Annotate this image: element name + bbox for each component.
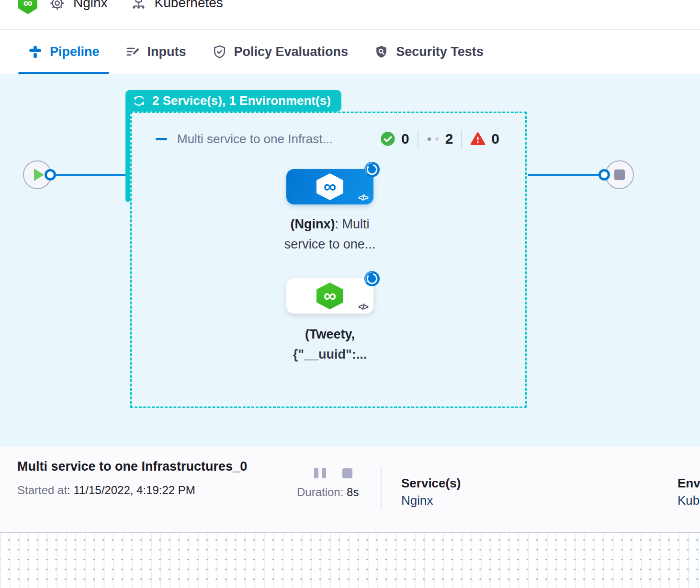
redeploy-loop-icon — [132, 94, 146, 108]
stop-icon — [614, 170, 625, 180]
tab-security-tests[interactable]: Security Tests — [364, 30, 493, 74]
warning-triangle-icon — [470, 131, 485, 147]
end-connector-port — [598, 169, 610, 181]
divider — [418, 130, 418, 148]
tab-inputs[interactable]: Inputs — [116, 30, 196, 74]
services-label: Service(s) — [401, 476, 461, 491]
pipeline-name: Nginx — [73, 0, 108, 11]
edge-group-to-end — [528, 174, 600, 176]
tab-bar: Pipeline Inputs Policy Evaluations Secur… — [0, 30, 700, 74]
stage-group-header: Multi service to one Infrast... 0 2 0 — [156, 128, 499, 149]
stage-name-bold: (Nginx) — [291, 217, 335, 231]
environment-breadcrumb-item[interactable]: Kubernetes — [131, 0, 223, 11]
code-icon: </> — [358, 302, 368, 312]
stage-node-tweety[interactable]: ∞ </> — [286, 278, 373, 314]
services-value-link[interactable]: Nginx — [401, 493, 433, 508]
shield-check-icon — [212, 45, 227, 59]
start-connector-port — [45, 169, 56, 181]
started-at-label: Started at — [17, 484, 67, 497]
duration-value: 8s — [347, 486, 359, 498]
tab-security-tests-label: Security Tests — [396, 45, 484, 59]
running-dots-icon — [428, 137, 439, 141]
environments-value-link[interactable]: Kubernetes — [677, 493, 700, 508]
breadcrumb: ∞ Nginx Kubernetes — [0, 0, 223, 14]
stage-name-bold: (Tweety, — [305, 327, 355, 341]
divider — [461, 130, 462, 148]
environment-name: Kubernetes — [155, 0, 223, 11]
harness-service-icon: ∞ — [316, 283, 343, 309]
tab-pipeline[interactable]: Pipeline — [18, 30, 109, 74]
duration: Duration: 8s — [297, 486, 359, 499]
breadcrumb-header: ∞ Nginx Kubernetes — [0, 0, 700, 30]
play-icon — [34, 169, 44, 181]
pipeline-breadcrumb-item[interactable]: Nginx — [49, 0, 108, 11]
stage-group-title: Multi service to one Infrast... — [177, 132, 370, 147]
execution-title: Multi service to one Infrastructures_0 — [17, 459, 247, 474]
cluster-icon — [131, 0, 147, 11]
stage-node-nginx[interactable]: ∞ </> — [286, 169, 373, 204]
tab-inputs-label: Inputs — [147, 45, 186, 59]
harness-logo-icon: ∞ — [18, 0, 37, 14]
stage-label-line2: {"__uuid":... — [258, 344, 402, 364]
stage-group-accent-bar — [125, 110, 130, 202]
stage-status-counts: 0 2 0 — [380, 130, 499, 148]
gear-icon — [49, 0, 65, 11]
stage-label-tweety: (Tweety, {"__uuid":... — [258, 324, 402, 364]
execution-summary-bar: Multi service to one Infrastructures_0 S… — [0, 447, 700, 532]
running-spinner-icon — [364, 271, 380, 287]
stage-label-nginx: (Nginx): Multi service to one... — [258, 214, 402, 254]
badge-label: 2 Service(s), 1 Environment(s) — [152, 93, 331, 108]
running-spinner-icon — [364, 161, 380, 178]
pause-button[interactable] — [314, 468, 326, 478]
inputs-icon — [125, 45, 140, 59]
infinity-glyph: ∞ — [23, 0, 32, 11]
stage-label-line2: service to one... — [258, 234, 402, 254]
running-count: 2 — [445, 131, 453, 147]
code-icon: </> — [358, 193, 368, 203]
tab-policy-evaluations[interactable]: Policy Evaluations — [203, 30, 358, 74]
success-count: 0 — [401, 131, 409, 147]
started-at: Started at: 11/15/2022, 4:19:22 PM — [17, 484, 195, 497]
log-canvas-grid-background[interactable] — [0, 532, 700, 588]
pipeline-canvas[interactable]: 2 Service(s), 1 Environment(s) Multi ser… — [0, 74, 700, 447]
failed-count: 0 — [491, 131, 499, 147]
divider — [381, 467, 382, 509]
success-check-icon — [380, 131, 395, 147]
services-environments-badge[interactable]: 2 Service(s), 1 Environment(s) — [125, 90, 341, 112]
edge-start-to-group — [50, 174, 127, 176]
collapse-group-icon[interactable] — [156, 138, 167, 140]
duration-label: Duration: — [297, 486, 343, 498]
abort-button[interactable] — [342, 468, 352, 478]
environments-label: Environment(s) — [677, 476, 700, 491]
harness-service-icon: ∞ — [316, 173, 343, 200]
started-at-value: : 11/15/2022, 4:19:22 PM — [67, 484, 195, 497]
tab-policy-evaluations-label: Policy Evaluations — [234, 45, 349, 59]
pipeline-icon — [28, 45, 43, 59]
shield-search-icon — [374, 45, 389, 59]
stage-name-rest: : Multi — [335, 217, 369, 231]
tab-pipeline-label: Pipeline — [50, 45, 100, 59]
